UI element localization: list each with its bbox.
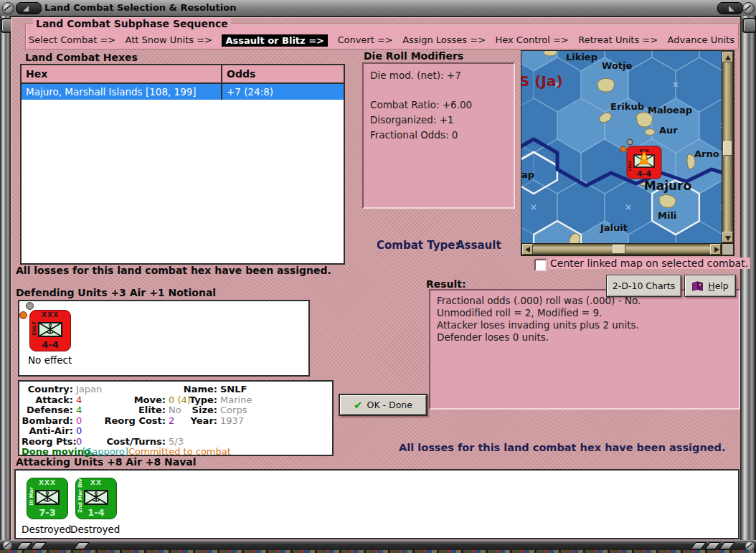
die-modifiers-title: Die Roll Modifiers: [364, 50, 463, 62]
rollup-triangle-icon: [23, 6, 29, 11]
attacking-unit-counter-1[interactable]: XXX III Mar 7-3: [27, 478, 68, 519]
country-label: Country:: [22, 384, 73, 394]
row-odds-cell[interactable]: +7 (24:8): [222, 84, 344, 100]
status-committed: Committed to combat: [128, 446, 231, 457]
attacking-units-box: XXX III Mar 7-3 Destroyed XX 2nd Mar Div…: [14, 469, 740, 539]
status-city: [Sapporo]: [82, 446, 128, 457]
scroll-left-button[interactable]: [522, 244, 533, 255]
row-hex-cell[interactable]: Majuro, Marshall Islands [108, 199]: [22, 84, 222, 100]
step-assign-losses: Assign Losses =>: [402, 34, 486, 47]
combat-hexes-table: Hex Odds Majuro, Marshall Islands [108, …: [20, 64, 345, 265]
bombard-value: 0: [76, 415, 82, 426]
check-icon: ✔: [354, 399, 363, 412]
map-vscrollbar[interactable]: [722, 51, 734, 243]
result-label: Result:: [426, 278, 466, 290]
defending-units-box: XXX SNLF 4-4 No effect: [18, 300, 310, 377]
screw-icon: [2, 540, 12, 550]
counter-strength: 7-3: [27, 507, 67, 518]
defending-title: Defending Units +3 Air +1 Notional: [16, 287, 216, 298]
charts-button-label: 2-D-10 Charts: [613, 280, 675, 291]
marine-unit-icon: [35, 490, 60, 505]
center-map-checkbox[interactable]: [534, 259, 547, 271]
size-label: Size:: [166, 405, 217, 415]
scroll-down-button[interactable]: [722, 232, 733, 242]
step-advance-units: Advance Units: [668, 34, 734, 47]
label-aur: Aur: [659, 125, 678, 136]
name-label: Name:: [166, 384, 217, 394]
country-value: Japan: [76, 384, 102, 394]
hscroll-thumb[interactable]: [613, 245, 625, 254]
screw-icon: [2, 2, 14, 14]
charts-button[interactable]: 2-D-10 Charts: [606, 275, 681, 297]
game-window: Land Combat Selection & Resolution Land …: [0, 0, 756, 553]
antiair-label: Anti-Air:: [22, 425, 73, 436]
window-title: Land Combat Selection & Resolution: [44, 2, 236, 14]
step-select-combat: Select Combat =>: [29, 34, 115, 47]
map-canvas[interactable]: xxx SNLF 4-4 Likiep Wotje S (Ja) Erikub …: [521, 51, 722, 243]
vscroll-thumb[interactable]: [723, 141, 732, 156]
linked-map[interactable]: xxx SNLF 4-4 Likiep Wotje S (Ja) Erikub …: [521, 50, 734, 256]
unit-info-panel: Country: Japan Name: SNLF Attack: 4 Move…: [18, 380, 334, 456]
label-likiep: Likiep: [566, 52, 597, 62]
year-value: 1937: [220, 415, 244, 426]
table-row[interactable]: Majuro, Marshall Islands [108, 199] +7 (…: [22, 84, 344, 100]
marine-unit-icon: [84, 490, 108, 505]
result-panel: Fractional odds (.000) roll was (.000) -…: [429, 289, 740, 410]
status-dot-gray: [26, 302, 34, 310]
step-retreat-units: Retreat Units =>: [578, 34, 658, 47]
defending-unit-counter[interactable]: XXX SNLF 4-4: [29, 310, 71, 351]
attack-label: Attack:: [22, 394, 73, 405]
title-bar[interactable]: Land Combat Selection & Resolution: [0, 0, 756, 17]
label-jaluit: Jaluit: [600, 222, 628, 233]
antiair-value: 0: [76, 425, 82, 436]
hexes-title: Land Combat Hexes: [25, 52, 138, 63]
corner-triangle-icon: [729, 6, 734, 11]
attack-value: 4: [76, 394, 82, 405]
combat-type-value: Assault: [456, 239, 501, 252]
cost-turns-value: 5/3: [169, 436, 184, 447]
result-line: Defender loses 0 units.: [437, 331, 732, 344]
label-erikub: Erikub: [610, 101, 644, 112]
move-label: Move:: [94, 394, 166, 405]
die-modifiers-panel: Die mod. (net): +7 Combat Ratio: +6.00 D…: [362, 62, 515, 209]
center-map-label: Center linked map on selected combat.: [548, 257, 750, 269]
type-value: Marine: [220, 394, 252, 405]
die-mod-fractional: Fractional Odds: 0: [370, 128, 507, 143]
status-dot-orange: [620, 146, 626, 152]
step-att-snow-units: Att Snow Units =>: [126, 34, 212, 47]
label-arno: Arno: [694, 148, 719, 159]
die-mod-ratio: Combat Ratio: +6.00: [370, 98, 507, 113]
die-mod-net: Die mod. (net): +7: [370, 68, 507, 83]
step-hex-control: Hex Control =>: [495, 34, 568, 47]
corner-button[interactable]: [717, 2, 743, 14]
rollup-button[interactable]: [16, 2, 42, 14]
ok-done-label: OK - Done: [367, 400, 412, 410]
map-hscrollbar[interactable]: [521, 243, 722, 255]
counter-side: SNLF: [628, 161, 632, 171]
window-frame-right: [740, 16, 756, 542]
help-button-label: Help: [708, 280, 729, 291]
subphase-title: Land Combat Subphase Sequence: [33, 18, 231, 29]
book-icon: [691, 281, 704, 291]
label-maloeap: Maloeap: [648, 105, 692, 115]
scroll-up-button[interactable]: [722, 52, 733, 62]
elite-label: Elite:: [94, 405, 166, 415]
name-value: SNLF: [220, 384, 247, 394]
window-frame-left: [0, 16, 11, 542]
attacker-status-1: Destroyed: [22, 524, 71, 535]
ok-done-button[interactable]: ✔ OK - Done: [339, 394, 427, 416]
scroll-right-button[interactable]: [710, 244, 721, 255]
scrollbar-corner: [722, 243, 734, 255]
help-button[interactable]: Help: [684, 275, 736, 297]
attacking-unit-counter-2[interactable]: XX 2nd Mar Div 1-4: [75, 478, 117, 519]
counter-strength: 1-4: [76, 507, 116, 518]
attacking-title: Attacking Units +8 Air +8 Naval: [16, 456, 197, 468]
label-region: S (Ja): [521, 72, 563, 90]
reorg-pts-label: Reorg Pts:: [22, 436, 73, 447]
table-header: Hex Odds: [22, 65, 344, 84]
frame-knob: [742, 18, 756, 33]
type-label: Type:: [166, 394, 217, 405]
reorg-cost-label: Reorg Cost:: [94, 415, 166, 426]
status-dot-orange: [19, 311, 27, 319]
defense-label: Defense:: [22, 405, 73, 415]
